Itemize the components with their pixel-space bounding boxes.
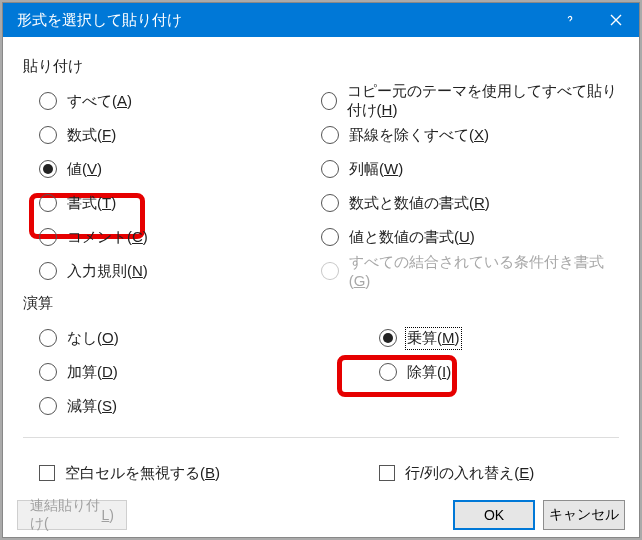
checkbox-transpose[interactable]: 行/列の入れ替え(E) <box>379 456 619 490</box>
ok-button[interactable]: OK <box>453 500 535 530</box>
radio-icon <box>321 194 339 212</box>
radio-icon <box>39 194 57 212</box>
paste-section-label: 貼り付け <box>23 57 619 76</box>
dialog-content: 貼り付け すべて(A) 数式(F) 値(V) 書式(T) コメント(C) 入力規… <box>3 37 639 490</box>
radio-op-sub[interactable]: 減算(S) <box>39 389 321 423</box>
radio-icon <box>321 228 339 246</box>
radio-paste-value[interactable]: 値(V) <box>39 152 321 186</box>
radio-paste-condfmt: すべての結合されている条件付き書式(G) <box>321 254 619 288</box>
divider <box>23 437 619 438</box>
dialog-title: 形式を選択して貼り付け <box>17 11 182 30</box>
radio-icon <box>321 92 337 110</box>
radio-paste-formula[interactable]: 数式(F) <box>39 118 321 152</box>
radio-paste-noborder[interactable]: 罫線を除くすべて(X) <box>321 118 619 152</box>
radio-paste-numfmt[interactable]: 数式と数値の書式(R) <box>321 186 619 220</box>
paste-special-dialog: 形式を選択して貼り付け 貼り付け すべて(A) 数式(F) 値(V) 書式(T)… <box>2 2 640 538</box>
radio-icon <box>321 160 339 178</box>
radio-paste-all[interactable]: すべて(A) <box>39 84 321 118</box>
button-bar: 連結貼り付け(L) OK キャンセル <box>3 490 639 540</box>
radio-paste-theme[interactable]: コピー元のテーマを使用してすべて貼り付け(H) <box>321 84 619 118</box>
cancel-button[interactable]: キャンセル <box>543 500 625 530</box>
radio-icon <box>39 397 57 415</box>
radio-paste-width[interactable]: 列幅(W) <box>321 152 619 186</box>
radio-icon <box>39 92 57 110</box>
radio-icon <box>39 363 57 381</box>
radio-icon <box>321 126 339 144</box>
help-button[interactable] <box>547 3 593 37</box>
radio-paste-validation[interactable]: 入力規則(N) <box>39 254 321 288</box>
radio-icon <box>379 363 397 381</box>
radio-icon <box>39 262 57 280</box>
radio-icon <box>321 262 339 280</box>
radio-icon <box>39 126 57 144</box>
close-button[interactable] <box>593 3 639 37</box>
radio-paste-format[interactable]: 書式(T) <box>39 186 321 220</box>
radio-op-none[interactable]: なし(O) <box>39 321 321 355</box>
radio-icon <box>39 160 57 178</box>
checkbox-skip-blanks[interactable]: 空白セルを無視する(B) <box>39 456 321 490</box>
paste-link-button: 連結貼り付け(L) <box>17 500 127 530</box>
radio-op-multiply[interactable]: 乗算(M) <box>379 321 619 355</box>
titlebar: 形式を選択して貼り付け <box>3 3 639 37</box>
radio-icon <box>379 329 397 347</box>
radio-op-divide[interactable]: 除算(I) <box>379 355 619 389</box>
radio-paste-comment[interactable]: コメント(C) <box>39 220 321 254</box>
radio-paste-valnumfmt[interactable]: 値と数値の書式(U) <box>321 220 619 254</box>
radio-icon <box>39 228 57 246</box>
operation-section-label: 演算 <box>23 294 619 313</box>
radio-op-add[interactable]: 加算(D) <box>39 355 321 389</box>
checkbox-icon <box>379 465 395 481</box>
checkbox-icon <box>39 465 55 481</box>
radio-icon <box>39 329 57 347</box>
